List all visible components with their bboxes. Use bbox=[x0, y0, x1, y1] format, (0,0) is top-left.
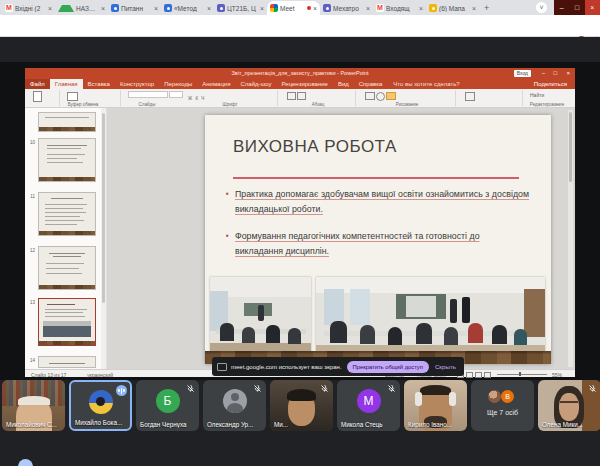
screen: MВхідні (2× НАЗЯВО× Питанн× «Метод× ЦТ21… bbox=[0, 0, 600, 466]
ppt-close-button[interactable]: × bbox=[566, 70, 570, 76]
gmail-icon: M bbox=[376, 4, 384, 12]
group-paragraph: Абзац bbox=[312, 102, 325, 107]
zoom-level[interactable]: 55% bbox=[552, 372, 562, 378]
arrange-button[interactable] bbox=[465, 92, 475, 101]
share-message: meet.google.com использует ваш экран. bbox=[231, 364, 342, 370]
zoom-slider-handle[interactable] bbox=[519, 372, 521, 376]
ribbon-tab-slideshow[interactable]: Слайд-шоу bbox=[235, 79, 276, 89]
align-buttons[interactable] bbox=[287, 92, 296, 100]
participant-tile-video[interactable]: Миколайович С... bbox=[2, 380, 65, 431]
font-name-box[interactable] bbox=[128, 91, 168, 98]
mini-avatar-initial: В bbox=[501, 390, 514, 403]
new-slide-button[interactable] bbox=[67, 92, 78, 101]
slide-thumbnail-12[interactable] bbox=[38, 246, 96, 290]
participant-tile-video[interactable]: Олена Мики... bbox=[538, 380, 600, 431]
tab-close-icon[interactable]: × bbox=[154, 5, 158, 12]
tell-me-box[interactable]: Что вы хотите сделать? bbox=[393, 81, 459, 87]
tab-metod[interactable]: «Метод× bbox=[161, 1, 214, 15]
participant-name: Олександр Ур... bbox=[207, 421, 263, 428]
tab-close-icon[interactable]: × bbox=[260, 5, 264, 12]
tab-close-icon[interactable]: × bbox=[472, 5, 476, 12]
ribbon-tab-animations[interactable]: Анимация bbox=[197, 79, 235, 89]
slide-thumbnail-11[interactable] bbox=[38, 192, 96, 236]
shape-fill-icon[interactable] bbox=[386, 92, 396, 100]
ribbon-tab-help[interactable]: Справка bbox=[354, 79, 388, 89]
minimize-button[interactable]: – bbox=[554, 0, 569, 15]
new-tab-button[interactable]: + bbox=[484, 3, 489, 13]
ppt-maximize-button[interactable]: □ bbox=[553, 70, 557, 76]
ribbon-tab-insert[interactable]: Вставка bbox=[83, 79, 115, 89]
ribbon-tab-design[interactable]: Конструктор bbox=[115, 79, 159, 89]
participant-name: Михайло Бока... bbox=[75, 419, 127, 426]
tab-close-icon[interactable]: × bbox=[48, 5, 52, 12]
tab-search-button[interactable]: ˅ bbox=[536, 2, 547, 13]
tab-mapa[interactable]: (6) Мапа× bbox=[426, 1, 479, 15]
ribbon-tab-file[interactable]: Файл bbox=[25, 79, 50, 89]
participant-overflow-tile[interactable]: В Ще 7 осіб bbox=[471, 380, 534, 431]
ribbon-tab-transitions[interactable]: Переходы bbox=[159, 79, 197, 89]
slide-thumbnail-14-partial[interactable] bbox=[38, 356, 96, 368]
zoom-slider[interactable] bbox=[497, 374, 547, 375]
list-buttons[interactable] bbox=[297, 92, 306, 100]
tab-meet-active[interactable]: Meet× bbox=[267, 1, 320, 15]
browser-toolbar: ← → ↻ meet.google.com/rfe-pwcf-wuv?authu… bbox=[0, 15, 600, 37]
view-slideshow-icon[interactable] bbox=[484, 372, 491, 378]
ppt-minimize-button[interactable]: – bbox=[542, 70, 545, 76]
thumbnail-photo bbox=[43, 321, 91, 337]
shape-circle-icon[interactable] bbox=[376, 92, 385, 101]
participant-tile-video[interactable]: Кирило Івано... bbox=[404, 380, 467, 431]
blue-app-icon bbox=[111, 4, 119, 12]
participant-tile-presenter[interactable]: Михайло Бока... bbox=[69, 380, 132, 431]
group-drawing: Рисование bbox=[396, 102, 419, 107]
view-sorter-icon[interactable] bbox=[466, 372, 473, 378]
participant-tile[interactable]: М Микола Стець bbox=[337, 380, 400, 431]
ribbon-tab-view[interactable]: Вид bbox=[333, 79, 354, 89]
thumbnail-number: 10 bbox=[26, 140, 35, 145]
language-indicator[interactable]: украинский bbox=[87, 372, 113, 378]
thumbnail-number: 13 bbox=[26, 300, 35, 305]
ribbon-tab-home[interactable]: Главная bbox=[50, 79, 83, 89]
ppt-sign-in-button[interactable]: Вход bbox=[514, 70, 531, 77]
tab-title: НАЗЯВО bbox=[76, 5, 99, 12]
participant-tile[interactable]: Олександр Ур... bbox=[203, 380, 266, 431]
slide-thumbnail-9-partial[interactable] bbox=[38, 112, 96, 132]
participant-tile[interactable]: Б Богдан Чернуха bbox=[136, 380, 199, 431]
tab-gmail-ru[interactable]: MВходящ× bbox=[373, 1, 426, 15]
tab-close-icon[interactable]: × bbox=[313, 5, 317, 12]
ppt-share-button[interactable]: Поделиться bbox=[534, 81, 567, 87]
tab-close-icon[interactable]: × bbox=[366, 5, 370, 12]
view-reading-icon[interactable] bbox=[475, 372, 482, 378]
maximize-button[interactable]: □ bbox=[569, 0, 584, 15]
find-button[interactable]: Найти bbox=[530, 92, 544, 98]
thumbnail-number: 12 bbox=[26, 248, 35, 253]
font-style-buttons[interactable]: Ж К Ч bbox=[188, 96, 205, 101]
tab-close-icon[interactable]: × bbox=[207, 5, 211, 12]
tab-close-icon[interactable]: × bbox=[101, 5, 105, 12]
close-button[interactable]: × bbox=[585, 0, 600, 15]
ppt-ribbon-tabs: Файл Главная Вставка Конструктор Переход… bbox=[25, 79, 575, 89]
initial-avatar: М bbox=[357, 389, 381, 413]
mini-avatar-photo bbox=[488, 390, 501, 403]
ribbon-tab-review[interactable]: Рецензирование bbox=[277, 79, 333, 89]
shape-rect-icon[interactable] bbox=[365, 92, 375, 100]
headphone-right bbox=[449, 392, 456, 406]
stop-sharing-button[interactable]: Прекратить общий доступ bbox=[347, 361, 429, 373]
ppt-window-title: Звіт_презентація_для_захисту_практики - … bbox=[145, 70, 455, 76]
hide-banner-button[interactable]: Скрыть bbox=[435, 363, 456, 370]
tab-nazyavo[interactable]: НАЗЯВО× bbox=[55, 1, 108, 15]
slide-scrollbar-thumb[interactable] bbox=[569, 112, 572, 182]
slide-thumbnail-10[interactable] bbox=[38, 138, 96, 182]
tab-gmail-inbox[interactable]: MВхідні (2× bbox=[2, 1, 55, 15]
font-size-box[interactable] bbox=[169, 91, 183, 98]
participant-name: Богдан Чернуха bbox=[140, 421, 196, 428]
participant-tile-video[interactable]: Ми... bbox=[270, 380, 333, 431]
tab-close-icon[interactable]: × bbox=[419, 5, 423, 12]
slide-thumbnail-13-selected[interactable] bbox=[38, 298, 96, 346]
thumbnail-scrollbar-thumb[interactable] bbox=[102, 113, 105, 303]
tab-pytann[interactable]: Питанн× bbox=[108, 1, 161, 15]
current-slide[interactable]: ВИХОВНА РОБОТА ▪ Практика допомагає здоб… bbox=[205, 115, 551, 364]
tab-ct21b[interactable]: ЦТ21Б, Ц× bbox=[214, 1, 267, 15]
tab-mehatro[interactable]: Мехатро× bbox=[320, 1, 373, 15]
purple-app-icon bbox=[323, 4, 331, 12]
paste-button[interactable] bbox=[33, 91, 42, 102]
